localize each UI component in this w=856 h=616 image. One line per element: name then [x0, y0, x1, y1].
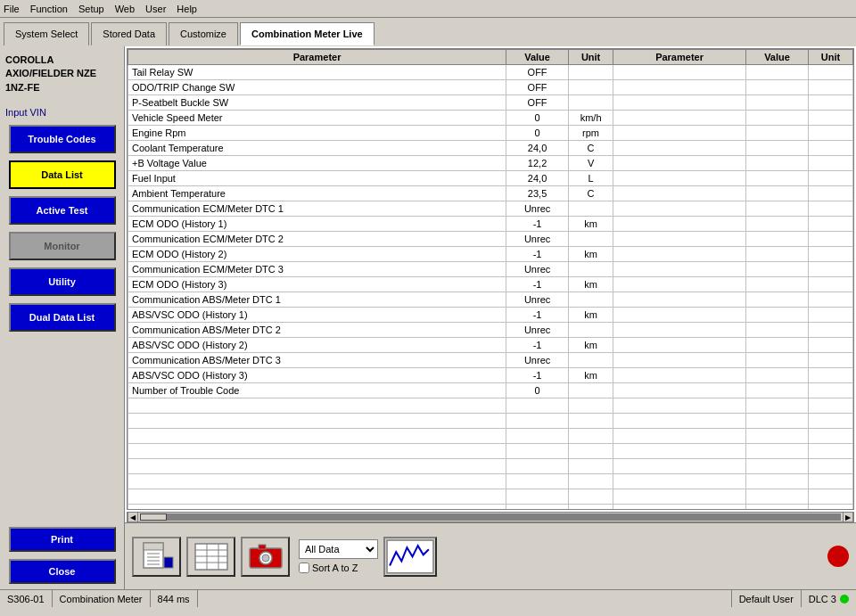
value-cell: 24,0: [506, 141, 569, 156]
list-icon: [193, 541, 229, 572]
trouble-codes-button[interactable]: Trouble Codes: [9, 125, 116, 153]
tab-stored-data[interactable]: Stored Data: [91, 22, 167, 45]
utility-button[interactable]: Utility: [9, 267, 116, 296]
value-cell2: [746, 156, 809, 171]
svg-point-15: [262, 554, 269, 562]
data-filter-select[interactable]: All Data Current Data History Data: [299, 539, 378, 559]
table-row: Tail Relay SW OFF: [128, 65, 853, 80]
value-cell: -1: [506, 217, 569, 232]
menu-file[interactable]: File: [4, 4, 20, 14]
table-row: P-Seatbelt Buckle SW OFF: [128, 95, 853, 111]
param-cell2: [613, 95, 746, 111]
graph-icon[interactable]: [383, 537, 437, 577]
empty-row: [128, 429, 853, 444]
param-cell2: [613, 247, 746, 262]
unit-cell2: [809, 171, 853, 186]
param-cell: Ambient Temperature: [128, 186, 506, 201]
param-cell: ECM ODO (History 3): [128, 277, 506, 292]
param-cell2: [613, 292, 746, 308]
data-table: Parameter Value Unit Parameter Value Uni…: [128, 49, 853, 510]
table-row: Communication ECM/Meter DTC 1 Unrec: [128, 201, 853, 217]
table-row: Vehicle Speed Meter 0 km/h: [128, 111, 853, 126]
unit-cell2: [809, 277, 853, 292]
tab-combination-meter-live[interactable]: Combination Meter Live: [240, 22, 374, 45]
close-button[interactable]: Close: [9, 559, 116, 584]
param-cell2: [613, 353, 746, 368]
table-row: Ambient Temperature 23,5 C: [128, 186, 853, 201]
table-row: ABS/VSC ODO (History 2) -1 km: [128, 338, 853, 353]
value-cell: OFF: [506, 80, 569, 95]
unit-cell2: [809, 156, 853, 171]
monitor-button[interactable]: Monitor: [9, 232, 116, 260]
status-spacer: [198, 590, 732, 607]
scroll-left-arrow[interactable]: ◀: [128, 512, 138, 522]
unit-cell2: [809, 247, 853, 262]
status-bar: S306-01 Combination Meter 844 ms Default…: [0, 589, 856, 607]
tab-bar: System Select Stored Data Customize Comb…: [0, 18, 856, 46]
main-area: COROLLA AXIO/FIELDER NZE 1NZ-FE Input VI…: [0, 46, 856, 589]
table-row: Number of Trouble Code 0: [128, 383, 853, 398]
value-cell2: [746, 217, 809, 232]
tool-icon-1[interactable]: [132, 537, 181, 577]
table-row: ECM ODO (History 1) -1 km: [128, 217, 853, 232]
param-cell2: [613, 277, 746, 292]
value-cell: Unrec: [506, 292, 569, 308]
tool-icon-3[interactable]: [241, 537, 290, 577]
menu-help[interactable]: Help: [177, 4, 197, 14]
param-cell2: [613, 217, 746, 232]
scroll-right-arrow[interactable]: ▶: [843, 512, 853, 522]
red-indicator: [827, 546, 849, 567]
menu-user[interactable]: User: [145, 4, 166, 14]
menu-bar: File Function Setup Web User Help: [0, 0, 856, 18]
value-cell2: [746, 338, 809, 353]
unit-cell: rpm: [569, 126, 613, 141]
table-row: ECM ODO (History 2) -1 km: [128, 247, 853, 262]
value-cell: 12,2: [506, 156, 569, 171]
value-cell: Unrec: [506, 323, 569, 338]
param-cell: Communication ABS/Meter DTC 2: [128, 323, 506, 338]
sort-checkbox[interactable]: [299, 563, 309, 573]
menu-setup[interactable]: Setup: [78, 4, 104, 14]
data-table-container[interactable]: Parameter Value Unit Parameter Value Uni…: [127, 48, 854, 510]
svg-rect-1: [144, 543, 163, 550]
value-cell2: [746, 126, 809, 141]
table-row: Coolant Temperature 24,0 C: [128, 141, 853, 156]
value-cell: Unrec: [506, 201, 569, 217]
data-list-button[interactable]: Data List: [9, 160, 116, 189]
menu-web[interactable]: Web: [115, 4, 135, 14]
unit-cell: km: [569, 277, 613, 292]
empty-row: [128, 474, 853, 489]
tool-icon-2[interactable]: [186, 537, 235, 577]
param-cell2: [613, 368, 746, 383]
sort-label: Sort A to Z: [299, 563, 378, 573]
unit-cell: km: [569, 217, 613, 232]
param-cell2: [613, 186, 746, 201]
param-cell2: [613, 338, 746, 353]
empty-row: [128, 505, 853, 511]
unit-cell2: [809, 186, 853, 201]
value-cell2: [746, 95, 809, 111]
active-test-button[interactable]: Active Test: [9, 196, 116, 225]
unit-cell: [569, 292, 613, 308]
param-cell: +B Voltage Value: [128, 156, 506, 171]
unit-cell: [569, 262, 613, 277]
table-body: Tail Relay SW OFF ODO/TRIP Change SW OFF…: [128, 65, 853, 511]
dual-data-list-button[interactable]: Dual Data List: [9, 303, 116, 332]
param-cell2: [613, 232, 746, 247]
tab-system-select[interactable]: System Select: [4, 22, 89, 45]
scrollbar-track[interactable]: [140, 513, 841, 521]
unit-cell2: [809, 308, 853, 323]
value-cell: -1: [506, 338, 569, 353]
value-cell: 23,5: [506, 186, 569, 201]
value-cell2: [746, 353, 809, 368]
value-cell2: [746, 368, 809, 383]
scrollbar-thumb[interactable]: [140, 513, 167, 521]
param-cell: ABS/VSC ODO (History 3): [128, 368, 506, 383]
print-button[interactable]: Print: [9, 527, 116, 552]
content-area: Parameter Value Unit Parameter Value Uni…: [125, 46, 856, 589]
value-cell2: [746, 141, 809, 156]
menu-function[interactable]: Function: [30, 4, 68, 14]
tab-customize[interactable]: Customize: [169, 22, 238, 45]
horizontal-scrollbar[interactable]: ◀ ▶: [127, 512, 854, 522]
unit-cell2: [809, 126, 853, 141]
